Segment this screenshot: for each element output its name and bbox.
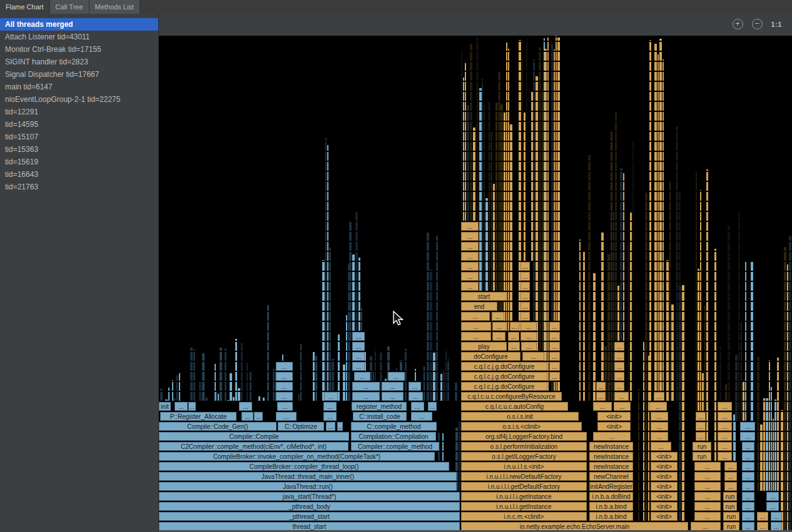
flame-frame[interactable]: ... [596,392,606,401]
flame-frame[interactable]: Compile::Compile [159,432,349,441]
flame-frame[interactable]: <init> [651,492,678,501]
flame-frame[interactable]: ... [718,422,732,431]
flame-frame[interactable]: ... [549,372,560,381]
flame-frame[interactable]: ... [696,432,706,441]
flame-frame[interactable]: newInstance [589,452,633,461]
flame-frame[interactable]: ... [694,472,721,481]
flame-frame[interactable]: i.n.b.a.doBind [589,492,633,501]
flame-frame[interactable]: <init> [597,412,631,421]
flame-frame[interactable]: ... [614,362,624,371]
flame-frame[interactable]: init [159,402,171,411]
flame-frame[interactable]: ... [352,352,365,361]
flame-frame[interactable]: ... [354,372,370,381]
flame-frame[interactable]: ... [461,312,490,321]
flame-frame[interactable]: newInstance [589,442,633,451]
thread-item[interactable]: main tid=6147 [0,81,158,93]
flame-frame[interactable]: ... [549,362,560,371]
flame-frame[interactable]: ... [593,402,612,411]
flame-frame[interactable]: ... [254,412,263,421]
flame-frame[interactable]: ... [724,482,737,491]
flame-frame[interactable]: ... [771,512,782,521]
flame-frame[interactable]: ... [352,342,365,351]
flame-frame[interactable]: ... [337,422,343,431]
flame-frame[interactable]: ... [724,462,737,471]
flame-frame[interactable]: Compilation::Compilation [351,432,436,441]
flame-frame[interactable]: ... [492,322,507,331]
flame-frame[interactable]: JavaThread::thread_main_inner() [159,472,457,481]
flame-frame[interactable]: ... [614,392,629,401]
flame-frame[interactable]: ... [694,462,721,471]
flame-frame[interactable]: ... [593,432,631,441]
flame-frame[interactable]: ... [694,492,721,501]
flame-frame[interactable]: ... [409,382,421,391]
flame-frame[interactable]: C::install_code [353,412,407,421]
flame-frame[interactable]: ... [324,392,338,401]
flame-frame[interactable]: ... [614,382,624,391]
flame-frame[interactable]: ... [352,362,365,371]
flame-frame[interactable]: run [693,442,711,451]
flame-frame[interactable]: ... [771,522,782,530]
flame-frame[interactable]: ... [614,372,624,381]
thread-item[interactable]: tid=12291 [0,106,158,118]
flame-frame[interactable]: ... [740,422,755,431]
flame-frame[interactable]: ... [696,422,706,431]
flame-frame[interactable]: i.n.u.i.l.i.getDefaultFactory [461,482,587,491]
flame-frame[interactable]: ... [326,422,335,431]
flame-frame[interactable]: ... [694,502,721,511]
flame-frame[interactable]: ... [461,272,479,281]
flame-frame[interactable]: i.n.u.i.l.i.getInstance [461,492,587,501]
flame-frame[interactable]: ... [520,272,530,281]
flame-frame[interactable]: ... [461,282,479,291]
flame-frame[interactable]: ... [352,392,380,401]
flame-frame[interactable]: ... [461,322,491,331]
flame-frame[interactable]: ... [323,402,337,411]
flame-frame[interactable]: ... [239,402,252,411]
flame-frame[interactable]: ... [742,512,754,521]
flame-frame[interactable]: C2Compiler::compile_method(ciEnv*, ciMet… [159,442,348,451]
thread-item[interactable]: All threads merged [0,18,158,31]
flame-frame[interactable]: CompileBroker::invoke_compiler_on_method… [159,452,435,461]
flame-frame[interactable]: o.s.l.getILoggerFactory [461,452,587,461]
flame-frame[interactable]: ... [654,392,664,401]
flame-frame[interactable]: ... [757,512,768,521]
flame-frame[interactable]: <init> [651,482,678,491]
flame-frame[interactable]: ... [520,332,537,341]
flame-frame[interactable]: ... [276,412,297,421]
flame-frame[interactable]: i.n.c.m.<clinit> [461,512,587,521]
flame-frame[interactable]: ... [766,492,779,501]
thread-item[interactable]: tid=21763 [0,181,158,193]
flame-frame[interactable]: ... [492,332,505,341]
thread-item[interactable]: tid=14595 [0,118,158,131]
flame-frame[interactable]: ... [549,342,560,351]
flame-frame[interactable]: ... [508,332,519,341]
flame-frame[interactable]: ... [388,372,405,381]
thread-item[interactable]: Attach Listener tid=43011 [0,31,158,43]
flame-frame[interactable]: ... [614,402,631,411]
flame-frame[interactable]: c.q.l.c.j.g.doConfigure [461,362,547,371]
flame-frame[interactable]: ... [188,402,196,411]
flame-frame[interactable]: ... [276,392,293,401]
thread-item[interactable]: SIGINT handler tid=2823 [0,56,158,68]
flame-frame[interactable]: ... [649,402,667,411]
flame-frame[interactable]: ... [277,402,293,411]
flame-frame[interactable]: io.netty.example.echo.EchoServer.main [461,522,688,530]
flame-frame[interactable]: o.s.i.s.init [461,412,579,421]
flame-frame[interactable]: _pthread_body [159,502,460,511]
flame-frame[interactable]: ... [724,472,737,481]
flame-frame[interactable]: ... [461,242,479,251]
flame-frame[interactable]: ... [691,522,721,530]
flame-frame[interactable]: ... [651,412,668,421]
flame-frame[interactable]: ... [276,362,293,371]
flame-frame[interactable]: ... [742,462,754,471]
flame-frame[interactable]: ... [461,232,479,241]
flame-frame[interactable]: <init> [651,512,678,521]
thread-item[interactable]: Signal Dispatcher tid=17667 [0,68,158,81]
flame-frame[interactable]: java_start(Thread*) [159,492,460,501]
flame-chart[interactable]: thread_start_pthread_start_pthread_bodyj… [159,36,792,530]
flame-frame[interactable]: ... [352,382,380,391]
flame-frame[interactable]: ... [520,262,530,271]
flame-frame[interactable]: ... [409,392,423,401]
flame-frame[interactable]: ... [382,392,404,401]
flame-frame[interactable]: ... [694,512,721,521]
flame-frame[interactable]: ... [241,412,253,421]
